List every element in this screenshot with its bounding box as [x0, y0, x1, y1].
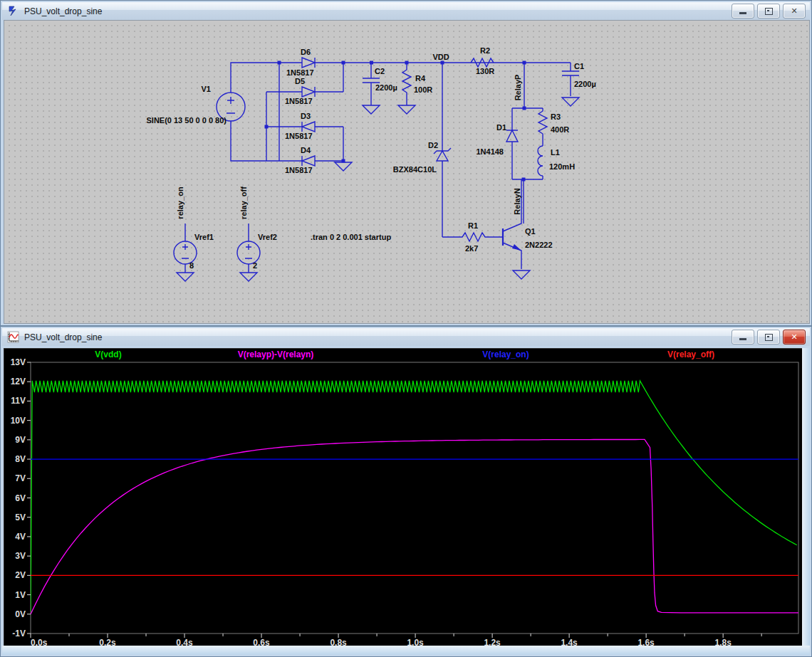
net-label-relay-off: relay_off	[239, 186, 248, 219]
ref-D4: D4	[301, 146, 311, 154]
component-R3[interactable]	[538, 108, 547, 146]
ref-R1: R1	[468, 221, 478, 230]
waveform-pane[interactable]: V(vdd) V(relayp)-V(relayn) V(relay_on) V…	[4, 348, 803, 647]
ground-symbol	[177, 273, 194, 281]
restore-button[interactable]	[757, 330, 780, 345]
ref-D3: D3	[301, 112, 311, 120]
net-label-relayp: RelayP	[514, 75, 522, 101]
ref-Q1: Q1	[525, 227, 536, 236]
value-R2: 130R	[476, 67, 494, 75]
value-D6: 1N5817	[286, 68, 314, 77]
ltspice-schematic-icon	[7, 5, 19, 17]
ref-D5: D5	[295, 77, 305, 85]
component-D6[interactable]	[302, 58, 343, 68]
minimize-icon	[739, 338, 746, 340]
ground-symbol	[398, 105, 415, 114]
schematic-canvas[interactable]: V1 SINE(0 13 50 0 0 0 80) D6 1N5817 D5 1…	[4, 20, 810, 324]
component-Vref1[interactable]	[174, 224, 197, 281]
ref-D2: D2	[428, 141, 438, 149]
net-label-relay-on: relay_on	[176, 186, 184, 219]
schematic-window: PSU_volt_drop_sine ✕	[0, 0, 812, 326]
ref-C2: C2	[375, 67, 385, 75]
value-R1: 2k7	[465, 244, 478, 253]
waveform-plot: V(vdd) V(relayp)-V(relayn) V(relay_on) V…	[4, 348, 803, 647]
component-D2[interactable]	[434, 63, 451, 237]
close-button[interactable]: ✕	[783, 4, 806, 19]
legend-relayp-relayn[interactable]: V(relayp)-V(relayn)	[238, 349, 314, 359]
legend-relay-off[interactable]: V(relay_off)	[667, 349, 714, 359]
value-Vref2: 2	[253, 261, 257, 270]
close-button[interactable]: ✕	[783, 330, 806, 345]
svg-text:4V: 4V	[15, 532, 26, 542]
net-label-relayn: RelayN	[513, 188, 521, 214]
window-frame-bottom	[2, 646, 810, 655]
svg-text:2V: 2V	[15, 570, 26, 580]
minimize-button[interactable]	[732, 4, 754, 19]
value-Vref1: 8	[189, 261, 194, 270]
ref-D6: D6	[301, 48, 311, 56]
component-R1[interactable]	[442, 233, 503, 241]
value-V1: SINE(0 13 50 0 0 0 80)	[146, 116, 227, 125]
svg-text:12V: 12V	[11, 377, 26, 387]
schematic-drawing: V1 SINE(0 13 50 0 0 0 80) D6 1N5817 D5 1…	[4, 20, 810, 324]
ground-symbol	[562, 98, 579, 106]
legend-vdd[interactable]: V(vdd)	[95, 349, 121, 359]
svg-text:-1V: -1V	[12, 629, 26, 638]
svg-text:13V: 13V	[11, 357, 26, 367]
svg-text:3V: 3V	[15, 551, 26, 561]
plot-border	[31, 362, 798, 634]
ref-R2: R2	[480, 46, 490, 55]
svg-text:10V: 10V	[11, 416, 26, 426]
ref-R3: R3	[551, 112, 561, 121]
value-D3: 1N5817	[285, 132, 313, 140]
svg-text:8V: 8V	[15, 454, 26, 464]
spice-directive: .tran 0 2 0.001 startup	[311, 233, 391, 241]
waveform-window-title: PSU_volt_drop_sine	[24, 332, 102, 342]
ref-D1: D1	[496, 123, 506, 132]
ref-R4: R4	[415, 74, 426, 83]
waveform-titlebar[interactable]: PSU_volt_drop_sine ✕	[2, 328, 810, 346]
waveform-icon	[7, 331, 19, 343]
svg-text:11V: 11V	[11, 396, 26, 406]
value-R4: 100R	[414, 85, 432, 94]
component-R4[interactable]	[398, 63, 415, 114]
value-D2: BZX84C10L	[393, 165, 437, 174]
restore-button[interactable]	[757, 4, 780, 19]
component-V1[interactable]	[217, 63, 302, 161]
ref-Vref1: Vref1	[194, 233, 214, 241]
minimize-button[interactable]	[732, 330, 754, 345]
ground-symbol	[240, 273, 257, 281]
ground-symbol	[363, 105, 380, 114]
value-L1: 120mH	[549, 162, 575, 171]
value-C2: 2200µ	[375, 83, 397, 92]
svg-text:9V: 9V	[15, 435, 26, 445]
component-D3[interactable]	[266, 122, 343, 161]
component-Vref2[interactable]	[237, 224, 260, 281]
ref-Vref2: Vref2	[258, 233, 277, 241]
value-Q1: 2N2222	[525, 241, 553, 249]
desktop: { "schematic_window": { "title": "PSU_vo…	[0, 0, 812, 657]
ref-L1: L1	[551, 148, 560, 157]
value-D5: 1N5817	[285, 97, 313, 105]
value-D1: 1N4148	[476, 147, 504, 156]
plot-legend: V(vdd) V(relayp)-V(relayn) V(relay_on) V…	[95, 349, 714, 359]
ref-C1: C1	[574, 62, 584, 70]
schematic-titlebar[interactable]: PSU_volt_drop_sine ✕	[2, 2, 810, 20]
component-D1[interactable]	[506, 108, 518, 179]
legend-relay-on[interactable]: V(relay_on)	[482, 349, 529, 359]
value-R3: 400R	[551, 125, 569, 134]
svg-text:0V: 0V	[15, 609, 26, 619]
ground-symbol	[335, 162, 352, 171]
component-L1[interactable]	[538, 146, 543, 179]
svg-text:5V: 5V	[15, 513, 26, 522]
schematic-window-title: PSU_volt_drop_sine	[24, 6, 102, 16]
close-icon: ✕	[791, 333, 797, 341]
ref-V1: V1	[202, 85, 211, 93]
svg-text:6V: 6V	[15, 493, 26, 503]
emitter-arrow	[512, 244, 521, 251]
close-icon: ✕	[791, 7, 797, 15]
restore-icon	[765, 334, 773, 341]
ground-symbol	[513, 270, 530, 279]
window-frame-right	[802, 348, 810, 646]
value-D4: 1N5817	[285, 166, 313, 174]
